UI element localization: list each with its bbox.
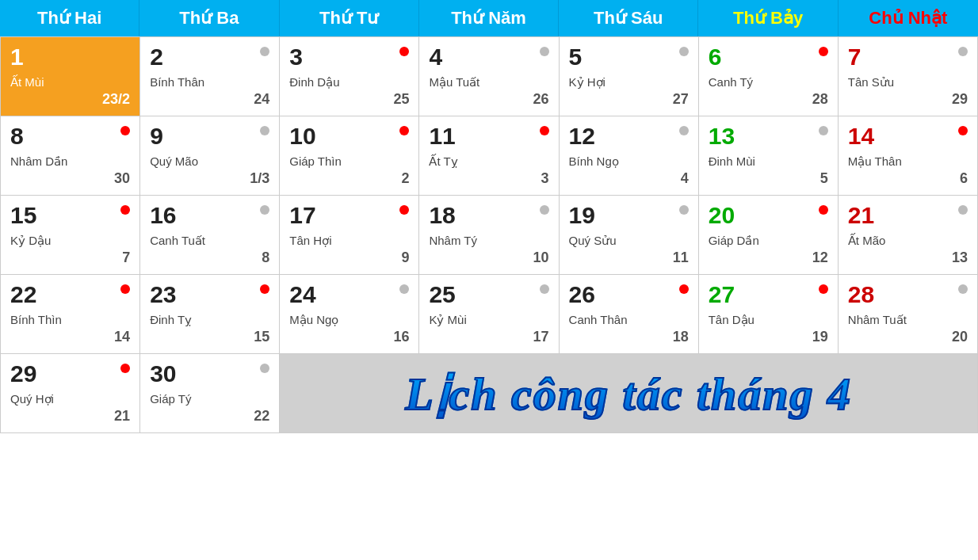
calendar-cell-26[interactable]: 26Canh Thân18 xyxy=(560,275,699,354)
calendar-cell-8[interactable]: 8Nhâm Dần30 xyxy=(1,116,140,196)
gray-dot-icon xyxy=(958,47,968,56)
day-number: 2 xyxy=(150,45,269,69)
calendar-cell-27[interactable]: 27Tân Dậu19 xyxy=(699,275,839,354)
header-cell-thứ-năm: Thứ Năm xyxy=(419,0,559,36)
calendar-cell-16[interactable]: 16Canh Tuất8 xyxy=(140,196,280,275)
lunar-num: 29 xyxy=(952,91,968,108)
calendar-cell-30[interactable]: 30Giáp Tý22 xyxy=(140,354,280,433)
lunar-name: Nhâm Tuất xyxy=(848,313,968,327)
calendar-cell-29[interactable]: 29Quý Hợi21 xyxy=(1,354,140,433)
lunar-name: Mậu Thân xyxy=(848,154,968,169)
lunar-num: 27 xyxy=(673,91,689,108)
header-cell-thứ-sáu: Thứ Sáu xyxy=(559,0,698,36)
lunar-name: Tân Sửu xyxy=(848,75,968,90)
lunar-num: 8 xyxy=(262,250,269,266)
lunar-num: 22 xyxy=(254,408,269,425)
lunar-num: 25 xyxy=(393,91,409,108)
lunar-name: Quý Hợi xyxy=(10,392,130,406)
day-number: 22 xyxy=(10,283,130,307)
lunar-name: Đinh Dậu xyxy=(289,75,409,90)
lunar-num: 2 xyxy=(401,170,409,187)
calendar-cell-15[interactable]: 15Kỷ Dậu7 xyxy=(1,196,140,275)
calendar-cell-10[interactable]: 10Giáp Thìn2 xyxy=(280,116,419,196)
calendar-cell-2[interactable]: 2Bính Thân24 xyxy=(140,37,280,116)
lunar-num: 23/2 xyxy=(102,91,130,108)
lunar-name: Giáp Tý xyxy=(150,392,269,406)
day-number: 26 xyxy=(569,283,689,307)
calendar-cell-20[interactable]: 20Giáp Dần12 xyxy=(699,196,839,275)
day-number: 16 xyxy=(150,204,269,227)
calendar-cell-12[interactable]: 12Bính Ngọ4 xyxy=(560,116,699,196)
day-number: 30 xyxy=(150,362,269,386)
lunar-num: 6 xyxy=(960,170,968,187)
lunar-num: 19 xyxy=(812,329,828,345)
lunar-name: Nhâm Dần xyxy=(10,154,130,169)
calendar-bottom-row: 29Quý Hợi2130Giáp Tý22Lịch công tác thán… xyxy=(0,354,978,433)
calendar-grid: 1Ất Mùi23/22Bính Thân243Đinh Dậu254Mậu T… xyxy=(0,36,978,354)
calendar-cell-22[interactable]: 22Bính Thìn14 xyxy=(1,275,140,354)
calendar-cell-13[interactable]: 13Đinh Mùi5 xyxy=(699,116,839,196)
calendar-cell-3[interactable]: 3Đinh Dậu25 xyxy=(280,37,419,116)
lunar-num: 15 xyxy=(254,329,269,345)
calendar-cell-24[interactable]: 24Mậu Ngọ16 xyxy=(280,275,419,354)
lunar-name: Đinh Tỵ xyxy=(150,313,269,327)
calendar-cell-4[interactable]: 4Mậu Tuất26 xyxy=(419,37,559,116)
gray-dot-icon xyxy=(540,205,549,215)
calendar-cell-9[interactable]: 9Quý Mão1/3 xyxy=(140,116,280,196)
gray-dot-icon xyxy=(540,284,549,294)
red-dot-icon xyxy=(958,126,968,135)
calendar-cell-17[interactable]: 17Tân Hợi9 xyxy=(280,196,419,275)
day-number: 4 xyxy=(429,45,548,69)
calendar-cell-7[interactable]: 7Tân Sửu29 xyxy=(839,37,978,116)
calendar-cell-1[interactable]: 1Ất Mùi23/2 xyxy=(1,37,140,116)
day-number: 27 xyxy=(709,283,828,307)
calendar-cell-21[interactable]: 21Ất Mão13 xyxy=(839,196,978,275)
gray-dot-icon xyxy=(819,126,828,135)
lunar-name: Bính Thân xyxy=(150,75,269,89)
calendar-cell-5[interactable]: 5Kỷ Hợi27 xyxy=(560,37,699,116)
lunar-name: Ất Mão xyxy=(848,234,968,248)
day-number: 17 xyxy=(289,204,409,227)
lunar-name: Canh Tý xyxy=(709,75,828,89)
calendar-cell-6[interactable]: 6Canh Tý28 xyxy=(699,37,839,116)
lunar-name: Ất Tỵ xyxy=(429,154,548,169)
calendar-cell-23[interactable]: 23Đinh Tỵ15 xyxy=(140,275,280,354)
calendar-cell-28[interactable]: 28Nhâm Tuất20 xyxy=(839,275,978,354)
red-dot-icon xyxy=(819,47,828,56)
lunar-name: Quý Sửu xyxy=(569,234,689,248)
lunar-name: Bính Thìn xyxy=(10,313,130,326)
lunar-name: Nhâm Tý xyxy=(429,234,548,247)
day-number: 14 xyxy=(848,124,968,148)
gray-dot-icon xyxy=(958,205,968,215)
calendar-cell-25[interactable]: 25Kỷ Mùi17 xyxy=(419,275,559,354)
lunar-name: Quý Mão xyxy=(150,154,269,168)
lunar-name: Canh Tuất xyxy=(150,234,269,248)
lunar-num: 21 xyxy=(114,408,130,425)
lunar-num: 28 xyxy=(812,91,828,108)
lunar-num: 13 xyxy=(952,250,968,266)
lunar-name: Giáp Thìn xyxy=(289,154,409,168)
lunar-name: Kỷ Hợi xyxy=(569,75,689,90)
lunar-num: 9 xyxy=(401,250,409,266)
calendar-cell-19[interactable]: 19Quý Sửu11 xyxy=(560,196,699,275)
day-number: 12 xyxy=(569,124,689,148)
day-number: 9 xyxy=(150,124,269,148)
lunar-num: 14 xyxy=(114,329,130,345)
day-number: 10 xyxy=(289,124,409,148)
red-dot-icon xyxy=(679,284,689,294)
calendar-cell-14[interactable]: 14Mậu Thân6 xyxy=(839,116,978,196)
banner-text: Lịch công tác tháng 4 xyxy=(405,367,852,421)
lunar-num: 1/3 xyxy=(250,170,269,187)
lunar-name: Kỷ Mùi xyxy=(429,313,548,327)
lunar-num: 4 xyxy=(681,170,689,187)
day-number: 7 xyxy=(848,45,968,69)
day-number: 15 xyxy=(10,204,130,227)
calendar-cell-11[interactable]: 11Ất Tỵ3 xyxy=(419,116,559,196)
calendar-cell-18[interactable]: 18Nhâm Tý10 xyxy=(419,196,559,275)
lunar-num: 12 xyxy=(812,250,828,266)
day-number: 19 xyxy=(569,204,689,227)
calendar: Thứ HaiThứ BaThứ TưThứ NămThứ SáuThứ Bảy… xyxy=(0,0,978,433)
lunar-name: Mậu Ngọ xyxy=(289,313,409,327)
lunar-name: Tân Hợi xyxy=(289,234,409,248)
lunar-name: Tân Dậu xyxy=(709,313,828,327)
